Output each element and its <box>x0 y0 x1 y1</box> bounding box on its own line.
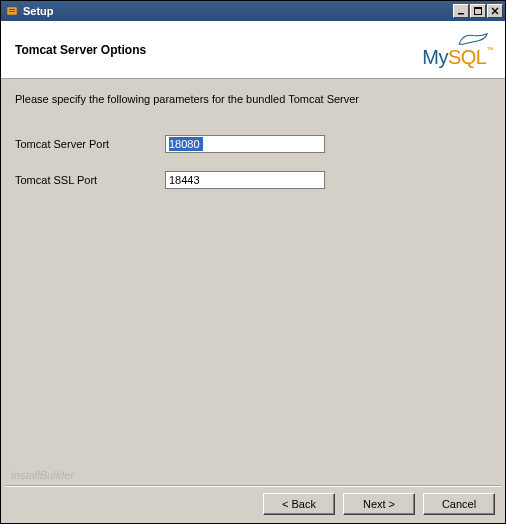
input-server-port-value: 18080 <box>169 137 203 151</box>
logo-tm: ™ <box>487 46 494 53</box>
header-panel: Tomcat Server Options MySQL™ <box>1 21 505 79</box>
footer-separator <box>5 485 501 487</box>
maximize-button[interactable] <box>470 4 486 18</box>
next-button[interactable]: Next > <box>343 493 415 515</box>
content-area: Please specify the following parameters … <box>1 79 505 523</box>
input-ssl-port[interactable] <box>165 171 325 189</box>
app-icon <box>5 4 19 18</box>
cancel-button[interactable]: Cancel <box>423 493 495 515</box>
svg-rect-2 <box>9 11 15 12</box>
form-row-ssl-port: Tomcat SSL Port <box>15 171 491 189</box>
form-row-server-port: Tomcat Server Port 18080 <box>15 135 491 153</box>
mysql-logo: MySQL™ <box>422 30 493 69</box>
setup-window: Setup Tomcat Server Options MySQL™ Pleas… <box>0 0 506 524</box>
minimize-button[interactable] <box>453 4 469 18</box>
instruction-text: Please specify the following parameters … <box>15 93 491 105</box>
back-button[interactable]: < Back <box>263 493 335 515</box>
logo-my: My <box>422 46 448 68</box>
label-server-port: Tomcat Server Port <box>15 138 165 150</box>
svg-rect-5 <box>475 8 482 10</box>
footer-brand: InstallBuilder <box>11 469 74 481</box>
input-server-port[interactable]: 18080 <box>165 135 325 153</box>
window-controls <box>452 4 503 18</box>
dolphin-icon <box>455 32 493 46</box>
label-ssl-port: Tomcat SSL Port <box>15 174 165 186</box>
window-title: Setup <box>23 5 452 17</box>
button-row: < Back Next > Cancel <box>263 493 495 515</box>
svg-rect-3 <box>458 13 464 15</box>
svg-rect-1 <box>9 9 15 10</box>
titlebar: Setup <box>1 1 505 21</box>
logo-sql: SQL <box>448 46 487 68</box>
page-title: Tomcat Server Options <box>15 43 146 57</box>
close-button[interactable] <box>487 4 503 18</box>
